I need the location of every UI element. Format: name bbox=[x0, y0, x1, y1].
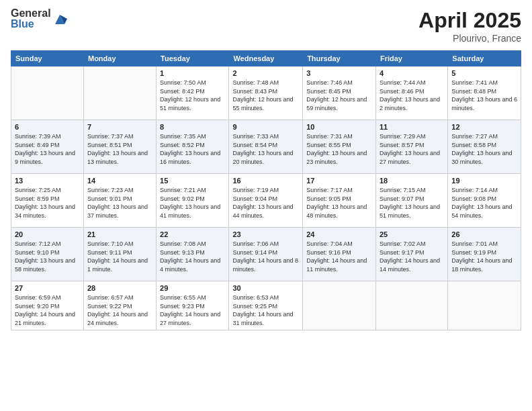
col-thursday: Thursday bbox=[303, 51, 376, 66]
day-info: Sunrise: 6:55 AMSunset: 9:23 PMDaylight:… bbox=[160, 293, 225, 327]
location: Plourivo, France bbox=[418, 33, 521, 44]
page: General Blue April 2025 Plourivo, France… bbox=[0, 0, 532, 411]
day-info: Sunrise: 7:23 AMSunset: 9:01 PMDaylight:… bbox=[87, 186, 152, 220]
day-info: Sunrise: 7:37 AMSunset: 8:51 PMDaylight:… bbox=[87, 132, 152, 166]
table-row: 26Sunrise: 7:01 AMSunset: 9:19 PMDayligh… bbox=[448, 228, 521, 281]
day-number: 24 bbox=[306, 230, 372, 238]
calendar-week-row-5: 27Sunrise: 6:59 AMSunset: 9:20 PMDayligh… bbox=[11, 281, 521, 330]
day-number: 3 bbox=[306, 69, 372, 77]
table-row: 13Sunrise: 7:25 AMSunset: 8:59 PMDayligh… bbox=[11, 174, 84, 228]
day-info: Sunrise: 7:31 AMSunset: 8:55 PMDaylight:… bbox=[306, 132, 372, 166]
day-info: Sunrise: 7:12 AMSunset: 9:10 PMDaylight:… bbox=[15, 240, 80, 273]
table-row: 28Sunrise: 6:57 AMSunset: 9:22 PMDayligh… bbox=[83, 281, 156, 330]
day-number: 17 bbox=[306, 177, 372, 185]
day-number: 11 bbox=[380, 123, 444, 131]
day-info: Sunrise: 7:35 AMSunset: 8:52 PMDaylight:… bbox=[160, 132, 225, 166]
table-row bbox=[375, 281, 447, 330]
day-info: Sunrise: 7:17 AMSunset: 9:05 PMDaylight:… bbox=[306, 186, 372, 220]
day-number: 26 bbox=[451, 230, 517, 238]
day-number: 22 bbox=[160, 230, 225, 238]
day-info: Sunrise: 7:46 AMSunset: 8:45 PMDaylight:… bbox=[306, 79, 372, 112]
day-info: Sunrise: 7:02 AMSunset: 9:17 PMDaylight:… bbox=[380, 240, 444, 273]
day-info: Sunrise: 6:53 AMSunset: 9:25 PMDaylight:… bbox=[232, 293, 299, 327]
logo-blue: Blue bbox=[11, 19, 51, 30]
table-row: 30Sunrise: 6:53 AMSunset: 9:25 PMDayligh… bbox=[229, 281, 303, 330]
table-row bbox=[448, 281, 521, 330]
day-number: 20 bbox=[15, 230, 80, 238]
day-info: Sunrise: 7:41 AMSunset: 8:48 PMDaylight:… bbox=[451, 79, 517, 112]
calendar-week-row-4: 20Sunrise: 7:12 AMSunset: 9:10 PMDayligh… bbox=[11, 228, 521, 281]
logo-icon bbox=[52, 12, 67, 27]
table-row: 6Sunrise: 7:39 AMSunset: 8:49 PMDaylight… bbox=[11, 120, 84, 174]
table-row: 7Sunrise: 7:37 AMSunset: 8:51 PMDaylight… bbox=[83, 120, 156, 174]
day-number: 14 bbox=[87, 177, 152, 185]
day-info: Sunrise: 7:29 AMSunset: 8:57 PMDaylight:… bbox=[380, 132, 444, 166]
calendar-week-row-1: 1Sunrise: 7:50 AMSunset: 8:42 PMDaylight… bbox=[11, 66, 521, 120]
col-wednesday: Wednesday bbox=[229, 51, 303, 66]
col-friday: Friday bbox=[375, 51, 447, 66]
month-title: April 2025 bbox=[418, 8, 521, 33]
day-number: 5 bbox=[451, 69, 517, 77]
calendar-week-row-2: 6Sunrise: 7:39 AMSunset: 8:49 PMDaylight… bbox=[11, 120, 521, 174]
header: General Blue April 2025 Plourivo, France bbox=[11, 8, 521, 44]
day-info: Sunrise: 7:33 AMSunset: 8:54 PMDaylight:… bbox=[232, 132, 299, 166]
day-number: 23 bbox=[232, 230, 299, 238]
table-row: 11Sunrise: 7:29 AMSunset: 8:57 PMDayligh… bbox=[375, 120, 447, 174]
day-number: 27 bbox=[15, 284, 80, 292]
day-number: 7 bbox=[87, 123, 152, 131]
day-info: Sunrise: 6:57 AMSunset: 9:22 PMDaylight:… bbox=[87, 293, 152, 327]
day-number: 18 bbox=[380, 177, 444, 185]
day-number: 13 bbox=[15, 177, 80, 185]
title-area: April 2025 Plourivo, France bbox=[418, 8, 521, 44]
table-row: 25Sunrise: 7:02 AMSunset: 9:17 PMDayligh… bbox=[375, 228, 447, 281]
table-row: 14Sunrise: 7:23 AMSunset: 9:01 PMDayligh… bbox=[83, 174, 156, 228]
day-number: 12 bbox=[451, 123, 517, 131]
table-row: 21Sunrise: 7:10 AMSunset: 9:11 PMDayligh… bbox=[83, 228, 156, 281]
day-info: Sunrise: 7:14 AMSunset: 9:08 PMDaylight:… bbox=[451, 186, 517, 220]
day-info: Sunrise: 7:21 AMSunset: 9:02 PMDaylight:… bbox=[160, 186, 225, 220]
day-info: Sunrise: 7:27 AMSunset: 8:58 PMDaylight:… bbox=[451, 132, 517, 166]
table-row: 2Sunrise: 7:48 AMSunset: 8:43 PMDaylight… bbox=[229, 66, 303, 120]
table-row: 10Sunrise: 7:31 AMSunset: 8:55 PMDayligh… bbox=[303, 120, 376, 174]
col-tuesday: Tuesday bbox=[157, 51, 229, 66]
table-row: 22Sunrise: 7:08 AMSunset: 9:13 PMDayligh… bbox=[157, 228, 229, 281]
day-info: Sunrise: 7:08 AMSunset: 9:13 PMDaylight:… bbox=[160, 240, 225, 273]
table-row: 20Sunrise: 7:12 AMSunset: 9:10 PMDayligh… bbox=[11, 228, 84, 281]
table-row: 4Sunrise: 7:44 AMSunset: 8:46 PMDaylight… bbox=[375, 66, 447, 120]
table-row: 9Sunrise: 7:33 AMSunset: 8:54 PMDaylight… bbox=[229, 120, 303, 174]
calendar-table: Sunday Monday Tuesday Wednesday Thursday… bbox=[11, 50, 521, 330]
table-row: 18Sunrise: 7:15 AMSunset: 9:07 PMDayligh… bbox=[375, 174, 447, 228]
day-number: 25 bbox=[380, 230, 444, 238]
day-info: Sunrise: 7:48 AMSunset: 8:43 PMDaylight:… bbox=[232, 79, 299, 112]
day-number: 2 bbox=[232, 69, 299, 77]
table-row: 23Sunrise: 7:06 AMSunset: 9:14 PMDayligh… bbox=[229, 228, 303, 281]
day-info: Sunrise: 7:01 AMSunset: 9:19 PMDaylight:… bbox=[451, 240, 517, 273]
calendar-week-row-3: 13Sunrise: 7:25 AMSunset: 8:59 PMDayligh… bbox=[11, 174, 521, 228]
day-number: 6 bbox=[15, 123, 80, 131]
table-row: 5Sunrise: 7:41 AMSunset: 8:48 PMDaylight… bbox=[448, 66, 521, 120]
table-row bbox=[83, 66, 156, 120]
day-info: Sunrise: 7:50 AMSunset: 8:42 PMDaylight:… bbox=[160, 79, 225, 112]
day-info: Sunrise: 7:15 AMSunset: 9:07 PMDaylight:… bbox=[380, 186, 444, 220]
table-row: 27Sunrise: 6:59 AMSunset: 9:20 PMDayligh… bbox=[11, 281, 84, 330]
table-row: 19Sunrise: 7:14 AMSunset: 9:08 PMDayligh… bbox=[448, 174, 521, 228]
day-info: Sunrise: 7:25 AMSunset: 8:59 PMDaylight:… bbox=[15, 186, 80, 220]
table-row: 12Sunrise: 7:27 AMSunset: 8:58 PMDayligh… bbox=[448, 120, 521, 174]
table-row: 29Sunrise: 6:55 AMSunset: 9:23 PMDayligh… bbox=[157, 281, 229, 330]
day-info: Sunrise: 7:10 AMSunset: 9:11 PMDaylight:… bbox=[87, 240, 152, 273]
day-info: Sunrise: 7:39 AMSunset: 8:49 PMDaylight:… bbox=[15, 132, 80, 166]
table-row bbox=[11, 66, 84, 120]
table-row: 17Sunrise: 7:17 AMSunset: 9:05 PMDayligh… bbox=[303, 174, 376, 228]
table-row bbox=[303, 281, 376, 330]
col-monday: Monday bbox=[83, 51, 156, 66]
day-number: 16 bbox=[232, 177, 299, 185]
table-row: 16Sunrise: 7:19 AMSunset: 9:04 PMDayligh… bbox=[229, 174, 303, 228]
table-row: 24Sunrise: 7:04 AMSunset: 9:16 PMDayligh… bbox=[303, 228, 376, 281]
logo-text: General Blue bbox=[11, 8, 51, 30]
table-row: 15Sunrise: 7:21 AMSunset: 9:02 PMDayligh… bbox=[157, 174, 229, 228]
logo: General Blue bbox=[11, 8, 67, 30]
day-number: 30 bbox=[232, 284, 299, 292]
day-info: Sunrise: 7:44 AMSunset: 8:46 PMDaylight:… bbox=[380, 79, 444, 112]
day-number: 8 bbox=[160, 123, 225, 131]
day-number: 4 bbox=[380, 69, 444, 77]
